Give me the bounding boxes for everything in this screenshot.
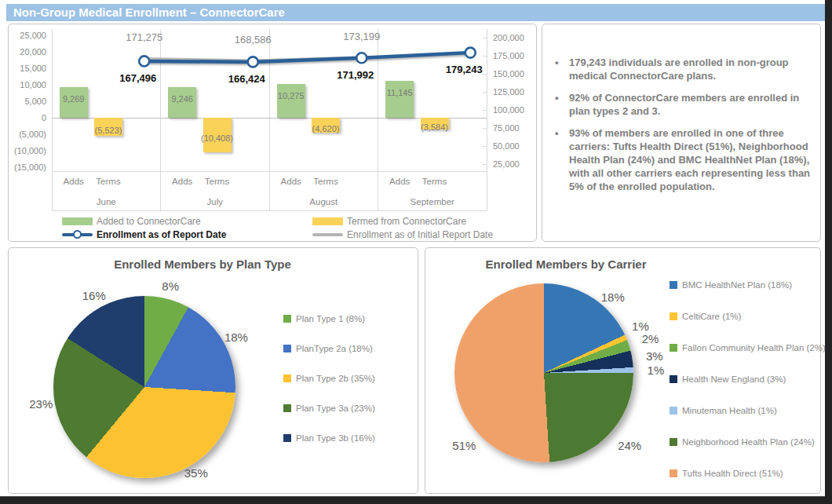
pie-slice-label: 18% bbox=[224, 330, 248, 343]
enrollment-report-label: 166,424 bbox=[228, 72, 265, 84]
pie-legend-label: Plan Type 1 (8%) bbox=[296, 314, 365, 323]
line-marker bbox=[465, 48, 476, 58]
y-axis-right-tick-label: 125,000 bbox=[493, 87, 524, 97]
y-axis-left-tick-label: 25,000 bbox=[10, 31, 46, 40]
pie-legend-item: CeltiCare (1%) bbox=[670, 312, 741, 321]
pie-slice-label: 16% bbox=[82, 289, 106, 302]
pie-legend-label: PlanType 2a (18%) bbox=[296, 344, 373, 353]
line-marker bbox=[356, 53, 367, 63]
y-axis-left-tick-label: (15,000) bbox=[10, 163, 46, 172]
summary-panel: 179,243 individuals are enrolled in non-… bbox=[542, 24, 821, 242]
y-axis-left-tick-label: 0 bbox=[10, 113, 46, 122]
plan-type-pie-chart: Enrolled Members by Plan Type 8%18%35%23… bbox=[8, 247, 418, 494]
legend-item-label: Enrollment as of Report Date bbox=[97, 229, 226, 240]
carrier-pie-chart: Enrolled Members by Carrier 18%1%2%3%1%2… bbox=[425, 247, 821, 494]
pie-legend-swatch bbox=[283, 345, 291, 352]
pie-legend-swatch bbox=[670, 438, 677, 446]
pie-slice-label: 1% bbox=[648, 363, 665, 376]
pie-slice-label: 18% bbox=[601, 290, 625, 303]
y-axis-left-tick-label: 5,000 bbox=[10, 97, 46, 106]
legend-swatch bbox=[312, 217, 343, 225]
pie-slice-label: 24% bbox=[618, 438, 641, 451]
pie-legend-item: BMC HealthNet Plan (18%) bbox=[670, 280, 792, 290]
y-axis-right-tick-label: 100,000 bbox=[493, 105, 524, 115]
summary-bullet: 93% of members are enrolled in one of th… bbox=[552, 126, 819, 193]
pie-slice-label: 3% bbox=[646, 349, 663, 362]
enrollment-initial-label: 173,199 bbox=[343, 30, 380, 42]
pie-legend-swatch bbox=[283, 404, 291, 412]
summary-bullet: 179,243 individuals are enrolled in non-… bbox=[552, 56, 819, 82]
pie-legend-item: Fallon Community Health Plan (2%) bbox=[670, 343, 826, 352]
enrollment-initial-label: 171,275 bbox=[126, 31, 162, 43]
enrollment-report-label: 179,243 bbox=[446, 64, 483, 75]
pie-legend-item: Plan Type 3a (23%) bbox=[283, 404, 375, 413]
y-axis-left-tick-label: (5,000) bbox=[10, 130, 46, 139]
pie-legend-label: Tufts Health Direct (51%) bbox=[682, 469, 783, 478]
y-axis-left-tick-label: 20,000 bbox=[10, 47, 46, 57]
pie-legend-label: Fallon Community Health Plan (2%) bbox=[682, 343, 826, 352]
pie-legend-label: Plan Type 3b (16%) bbox=[296, 433, 375, 443]
pie-slice-label: 8% bbox=[162, 279, 179, 292]
enrollment-initial-label: 168,586 bbox=[235, 33, 272, 45]
y-axis-left-tick-label: 15,000 bbox=[10, 64, 46, 73]
line-marker bbox=[248, 57, 258, 67]
pie-legend-label: Plan Type 2b (35%) bbox=[296, 374, 375, 383]
page-title: Non-Group Medical Enrollment – Connector… bbox=[6, 4, 825, 21]
y-axis-left-tick-label: (10,000) bbox=[10, 146, 46, 155]
pie-legend-label: Health New England (3%) bbox=[682, 374, 786, 384]
pie-circle bbox=[454, 283, 633, 462]
line-series bbox=[52, 24, 491, 213]
chart-title: Enrolled Members by Carrier bbox=[485, 257, 646, 271]
pie-legend-label: Minuteman Health (1%) bbox=[682, 406, 777, 415]
summary-bullet: 92% of ConnectorCare members are enrolle… bbox=[552, 91, 819, 118]
pie-legend-label: Plan Type 3a (23%) bbox=[296, 404, 375, 413]
pie-legend-item: Plan Type 3b (16%) bbox=[283, 433, 375, 443]
pie-legend-swatch bbox=[670, 344, 677, 352]
summary-bullet-list: 179,243 individuals are enrolled in non-… bbox=[542, 24, 820, 193]
pie-slice-label: 1% bbox=[632, 320, 649, 333]
pie-legend-item: Minuteman Health (1%) bbox=[670, 406, 777, 415]
pie-circle bbox=[53, 296, 235, 478]
y-axis-left-tick-label: 10,000 bbox=[10, 80, 46, 89]
window-right-edge bbox=[825, 0, 832, 504]
pie-legend-swatch bbox=[283, 315, 291, 323]
legend-swatch bbox=[62, 217, 93, 225]
pie-legend-swatch bbox=[670, 312, 677, 320]
y-axis-right-tick-label: 75,000 bbox=[493, 123, 520, 133]
pie-legend-swatch bbox=[283, 434, 291, 442]
enrollment-report-label: 167,496 bbox=[119, 71, 156, 83]
y-axis-right-tick-label: 150,000 bbox=[493, 69, 524, 79]
window-bottom-edge bbox=[0, 496, 832, 504]
y-axis-right-tick-label: 175,000 bbox=[493, 51, 524, 60]
pie-slice-label: 51% bbox=[452, 438, 476, 451]
legend-line-marker bbox=[73, 230, 82, 239]
pie-legend-label: CeltiCare (1%) bbox=[682, 312, 741, 321]
pie-slice-label: 23% bbox=[29, 396, 53, 410]
pie-slice-label: 2% bbox=[642, 331, 659, 345]
pie-legend-item: Plan Type 2b (35%) bbox=[283, 374, 375, 383]
pie-legend-label: BMC HealthNet Plan (18%) bbox=[682, 280, 792, 290]
pie-legend-swatch bbox=[670, 281, 677, 289]
enrollment-trend-chart: 25,00020,00015,00010,0005,0000(5,000)(10… bbox=[8, 24, 537, 242]
enrollment-report-label: 171,992 bbox=[337, 68, 374, 80]
pie-legend-item: Health New England (3%) bbox=[670, 374, 786, 384]
legend-item-label: Termed from ConnectorCare bbox=[347, 216, 466, 227]
y-axis-right-tick-label: 25,000 bbox=[493, 159, 520, 169]
pie-legend-item: PlanType 2a (18%) bbox=[283, 344, 373, 353]
legend-item-label: Enrollment as of Initial Report Date bbox=[347, 229, 493, 240]
pie-legend-swatch bbox=[283, 374, 291, 382]
pie-legend-swatch bbox=[670, 375, 677, 383]
pie-legend-swatch bbox=[670, 469, 677, 477]
pie-legend-item: Neighborhood Health Plan (24%) bbox=[670, 437, 815, 447]
legend-item-label: Added to ConnectorCare bbox=[97, 216, 201, 227]
chart-title: Enrolled Members by Plan Type bbox=[114, 257, 291, 271]
pie-slice-label: 35% bbox=[184, 466, 208, 480]
y-axis-right-tick-label: 50,000 bbox=[493, 141, 520, 151]
pie-legend-label: Neighborhood Health Plan (24%) bbox=[682, 437, 815, 447]
y-axis-right-tick-label: 200,000 bbox=[493, 33, 524, 42]
legend-line-swatch bbox=[312, 233, 343, 236]
dashboard: Non-Group Medical Enrollment – Connector… bbox=[0, 0, 832, 504]
line-marker bbox=[139, 56, 149, 66]
pie-legend-item: Tufts Health Direct (51%) bbox=[670, 469, 783, 478]
pie-legend-item: Plan Type 1 (8%) bbox=[283, 314, 365, 323]
